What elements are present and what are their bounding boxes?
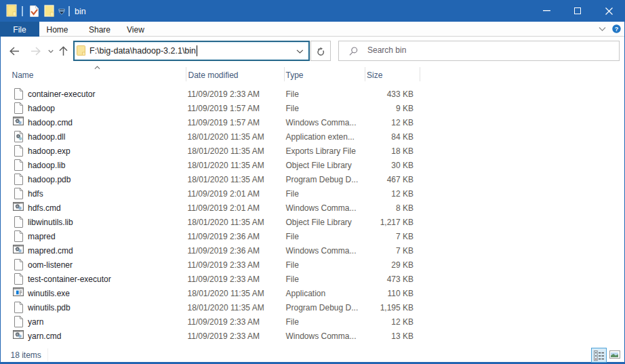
svg-text:?: ? <box>615 26 619 33</box>
